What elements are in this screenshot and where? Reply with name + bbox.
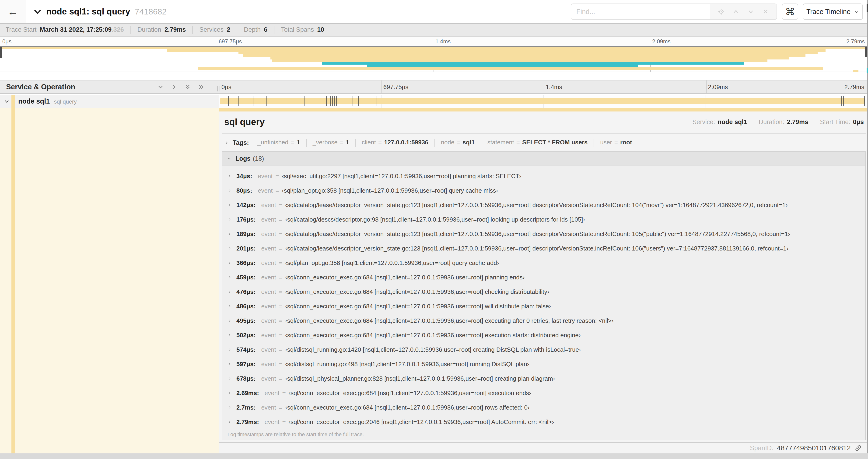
log-chevron-icon	[227, 217, 232, 222]
log-equals: =	[279, 259, 282, 267]
minimap-right-scrubber[interactable]	[865, 47, 867, 57]
tag-item: statement=SELECT * FROM users	[481, 139, 594, 147]
log-timestamp: 2.79ms:	[236, 418, 259, 426]
minimap-tick-labels: 0μs697.75μs1.4ms2.09ms2.79ms	[0, 37, 868, 46]
clear-search-icon[interactable]	[762, 8, 770, 15]
log-row[interactable]: 176μs:event=‹sql/catalog/descs/descripto…	[222, 212, 865, 227]
log-chevron-icon	[227, 390, 232, 396]
timeline-tick-label: 697.75μs	[383, 84, 409, 91]
collapse-one-icon[interactable]	[157, 83, 164, 91]
minimap-span	[0, 47, 867, 49]
log-row[interactable]: 2.7ms:event=‹sql/conn_executor_exec.go:6…	[222, 400, 865, 415]
log-row[interactable]: 574μs:event=‹sql/distsql_running.go:1420…	[222, 342, 865, 357]
log-equals: =	[279, 404, 282, 411]
expand-all-icon[interactable]	[197, 83, 205, 91]
log-chevron-icon	[227, 419, 232, 425]
timeline-gridline	[544, 80, 545, 93]
trace-collapse-chevron-icon[interactable]	[32, 6, 43, 17]
timeline-tick-label: 0μs	[221, 84, 231, 91]
scrollbar-span-marker	[867, 68, 868, 73]
log-key: event	[258, 187, 273, 194]
log-row[interactable]: 476μs:event=‹sql/conn_executor_exec.go:6…	[222, 285, 865, 299]
trace-title: node sql1: sql query	[46, 7, 130, 17]
log-row[interactable]: 459μs:event=‹sql/conn_executor_exec.go:6…	[222, 270, 865, 285]
log-key: event	[261, 375, 276, 382]
span-name-column[interactable]: node sql1 sql query	[0, 95, 219, 108]
summary-value-wrap: 2.79ms	[164, 26, 186, 33]
scrollbar-thumb[interactable]	[867, 4, 868, 12]
timeline-gridline	[381, 80, 382, 93]
log-chevron-icon	[227, 405, 232, 410]
log-row[interactable]: 34μs:event=‹sql/exec_util.go:2297 [nsql1…	[222, 169, 865, 183]
log-row[interactable]: 486μs:event=‹sql/conn_executor_exec.go:6…	[222, 299, 865, 314]
logs-header[interactable]: Logs (18)	[222, 152, 865, 166]
summary-label: Trace Start	[6, 26, 37, 33]
detail-row-left-column	[0, 108, 219, 453]
log-row[interactable]: 597μs:event=‹sql/distsql_running.go:498 …	[222, 357, 865, 371]
log-value: ‹sql/conn_executor_exec.go:684 [nsql1,cl…	[285, 274, 525, 281]
log-row[interactable]: 495μs:event=‹sql/conn_executor_exec.go:6…	[222, 314, 865, 328]
log-row[interactable]: 80μs:event=‹sql/plan_opt.go:358 [nsql1,c…	[222, 183, 865, 198]
next-result-icon[interactable]	[747, 8, 755, 15]
logs-chevron-icon	[226, 156, 232, 161]
log-event-marker	[332, 96, 333, 106]
tag-item: _verbose=1	[306, 139, 355, 147]
span-meta-value: 0μs	[853, 119, 864, 126]
minimap-canvas[interactable]	[0, 46, 867, 72]
log-chevron-icon	[227, 245, 232, 251]
log-row[interactable]: 2.79ms:event=‹sql/conn_executor_exec.go:…	[222, 415, 865, 429]
span-id-value: 4877749850101760812	[777, 444, 851, 452]
log-row[interactable]: 189μs:event=‹sql/catalog/lease/descripto…	[222, 227, 865, 241]
trace-view-selector[interactable]: Trace Timeline	[803, 3, 863, 20]
log-timestamp: 2.69ms:	[236, 390, 259, 397]
span-row[interactable]: node sql1 sql query	[0, 95, 868, 108]
minimap-left-scrubber[interactable]	[0, 47, 2, 58]
deep-link-icon[interactable]	[854, 444, 862, 452]
prev-result-icon[interactable]	[732, 8, 740, 15]
log-equals: =	[276, 173, 279, 180]
log-row[interactable]: 201μs:event=‹sql/catalog/lease/descripto…	[222, 241, 865, 256]
logs-list: 34μs:event=‹sql/exec_util.go:2297 [nsql1…	[222, 166, 865, 429]
expand-one-icon[interactable]	[170, 83, 178, 91]
span-duration-bar[interactable]	[220, 98, 865, 104]
log-value: ‹sql/conn_executor_exec.go:684 [nsql1,cl…	[285, 332, 581, 339]
log-timestamp: 201μs:	[236, 245, 255, 252]
log-timestamp: 2.7ms:	[236, 404, 255, 411]
log-row[interactable]: 678μs:event=‹sql/distsql_physical_planne…	[222, 371, 865, 386]
log-row[interactable]: 2.69ms:event=‹sql/conn_executor_exec.go:…	[222, 386, 865, 400]
locate-icon[interactable]	[717, 8, 725, 15]
tag-equals: =	[516, 139, 520, 146]
column-resizer[interactable]	[216, 80, 222, 93]
summary-value: 10	[317, 26, 324, 33]
log-key: event	[261, 317, 276, 324]
log-row[interactable]: 502μs:event=‹sql/conn_executor_exec.go:6…	[222, 328, 865, 342]
collapse-all-icon[interactable]	[184, 83, 192, 91]
tags-accordion[interactable]: Tags: _unfinished=1_verbose=1client=127.…	[224, 136, 638, 149]
back-button[interactable]: ←	[0, 0, 26, 23]
log-event-marker	[305, 96, 305, 106]
timeline-tick-label: 1.4ms	[435, 38, 451, 45]
timeline-tick-label: 697.75μs	[219, 38, 242, 45]
log-key: event	[261, 332, 276, 339]
log-timestamp: 495μs:	[236, 317, 255, 324]
log-equals: =	[282, 418, 286, 426]
collapse-controls	[157, 83, 205, 91]
log-value: ‹sql/conn_executor_exec.go:684 [nsql1,cl…	[285, 404, 529, 411]
span-children-collapse-icon[interactable]	[4, 99, 10, 104]
log-row[interactable]: 366μs:event=‹sql/plan_opt.go:358 [nsql1,…	[222, 256, 865, 270]
span-detail-header: sql query Service:node sql1Duration:2.79…	[224, 114, 864, 130]
timeline-tick-label: 2.09ms	[652, 38, 671, 45]
service-color-strip	[11, 95, 15, 453]
log-value: ‹sql/conn_executor_exec.go:684 [nsql1,cl…	[285, 303, 551, 310]
find-input[interactable]	[571, 4, 710, 19]
span-meta-label: Service:	[692, 119, 715, 126]
log-row[interactable]: 142μs:event=‹sql/catalog/lease/descripto…	[222, 198, 865, 212]
log-value: ‹sql/catalog/lease/descriptor_version_st…	[285, 230, 790, 238]
span-timeline-column[interactable]	[219, 95, 868, 108]
tag-value: SELECT * FROM users	[522, 139, 588, 146]
log-equals: =	[279, 201, 282, 209]
summary-label: Depth	[244, 26, 260, 33]
span-meta-label: Duration:	[759, 119, 784, 126]
log-value: ‹sql/catalog/lease/descriptor_version_st…	[285, 245, 788, 252]
keyboard-shortcuts-button[interactable]: ⌘	[782, 3, 798, 20]
